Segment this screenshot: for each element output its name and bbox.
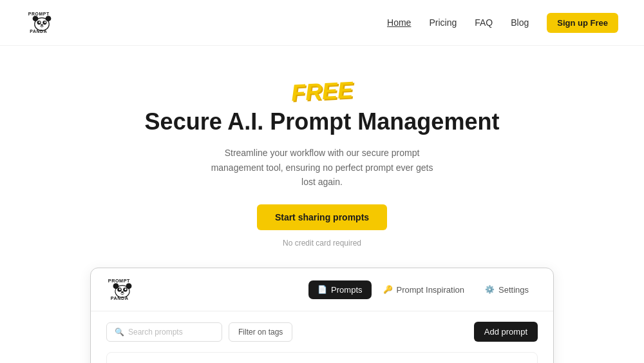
signup-button[interactable]: Sign up Free — [547, 13, 618, 33]
hero-section: FREE Secure A.I. Prompt Management Strea… — [0, 46, 644, 268]
app-tabs: 📄 Prompts 🔑 Prompt Inspiration ⚙️ Settin… — [308, 280, 538, 299]
hero-free-badge: FREE — [13, 78, 631, 108]
filter-button[interactable]: Filter on tags — [229, 322, 292, 342]
add-prompt-button[interactable]: Add prompt — [474, 322, 538, 342]
tab-settings-label: Settings — [498, 285, 529, 295]
prompt-card: Product message for slack Generate a bet… — [106, 352, 538, 363]
svg-point-16 — [125, 289, 127, 291]
app-preview: PROMPT PANDA 📄 Prompts 🔑 Prompt Inspirat… — [90, 268, 554, 363]
search-row: 🔍 Search prompts Filter on tags Add prom… — [106, 322, 538, 342]
hero-subtitle: Streamline your workflow with our secure… — [206, 146, 438, 189]
inspiration-icon: 🔑 — [383, 285, 393, 294]
tab-prompts-label: Prompts — [331, 285, 362, 295]
nav-home[interactable]: Home — [387, 17, 411, 28]
svg-point-11 — [113, 284, 119, 289]
tab-inspiration-label: Prompt Inspiration — [397, 285, 465, 295]
nav-links: Home Pricing FAQ Blog Sign up Free — [387, 13, 618, 33]
svg-point-6 — [44, 21, 46, 23]
hero-title: Secure A.I. Prompt Management — [13, 108, 631, 135]
hero-cta-button[interactable]: Start sharing prompts — [257, 204, 387, 230]
svg-point-12 — [126, 284, 132, 289]
app-nav: PROMPT PANDA 📄 Prompts 🔑 Prompt Inspirat… — [91, 268, 553, 311]
svg-point-1 — [33, 15, 39, 21]
settings-icon: ⚙️ — [485, 285, 495, 294]
app-logo: PROMPT PANDA — [106, 277, 138, 302]
svg-text:PANDA: PANDA — [111, 296, 129, 302]
svg-point-2 — [46, 15, 52, 21]
svg-point-7 — [41, 25, 43, 26]
site-logo: PROMPT PANDA — [26, 10, 58, 35]
tab-prompts[interactable]: 📄 Prompts — [308, 280, 371, 299]
search-placeholder: Search prompts — [128, 328, 183, 337]
svg-text:PROMPT: PROMPT — [108, 279, 130, 284]
search-icon: 🔍 — [115, 328, 124, 337]
search-box[interactable]: 🔍 Search prompts — [106, 322, 222, 342]
free-label: FREE — [290, 77, 354, 107]
svg-point-17 — [121, 291, 124, 293]
main-nav: PROMPT PANDA Home Pricing FAQ Blog Sign … — [0, 0, 644, 46]
nav-faq[interactable]: FAQ — [475, 17, 493, 28]
nav-blog[interactable]: Blog — [511, 17, 529, 28]
prompts-icon: 📄 — [317, 285, 327, 294]
svg-point-5 — [39, 21, 41, 23]
app-content: 🔍 Search prompts Filter on tags Add prom… — [91, 311, 553, 363]
app-preview-wrapper: PROMPT PANDA 📄 Prompts 🔑 Prompt Inspirat… — [77, 268, 567, 363]
svg-point-15 — [119, 289, 121, 291]
svg-text:PANDA: PANDA — [30, 29, 47, 34]
hero-note: No credit card required — [283, 239, 361, 248]
nav-pricing[interactable]: Pricing — [429, 17, 457, 28]
svg-text:PROMPT: PROMPT — [28, 12, 50, 16]
tab-settings[interactable]: ⚙️ Settings — [476, 280, 538, 299]
tab-inspiration[interactable]: 🔑 Prompt Inspiration — [374, 280, 474, 299]
